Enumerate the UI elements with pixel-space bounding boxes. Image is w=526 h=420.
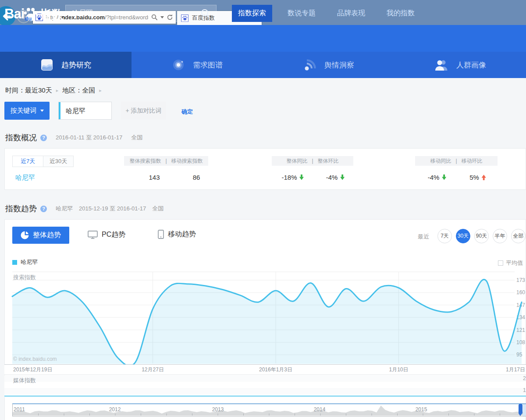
confirm-button[interactable]: 确定	[181, 108, 193, 116]
tab-mobile-trend[interactable]: 移动趋势	[158, 230, 196, 239]
timeline-year-label: 2014	[309, 406, 330, 413]
timeline-year-label: 2015	[411, 406, 431, 413]
tab-label: PC趋势	[102, 230, 125, 239]
col-overall-search-index: 整体搜索指数	[129, 157, 161, 165]
header-search-input[interactable]	[66, 10, 200, 18]
arrow-up-icon	[481, 174, 486, 180]
help-icon[interactable]: ?	[40, 135, 47, 141]
tab-label: 移动趋势	[168, 230, 196, 239]
audience-profile-icon	[434, 58, 448, 71]
timeline-year-label: 2013	[208, 406, 228, 413]
pie-chart-icon	[21, 231, 29, 239]
keyword-mode-button[interactable]: 按关键词	[4, 102, 50, 120]
average-label: 平均值	[506, 259, 523, 267]
chevron-right-icon: ▸	[99, 88, 102, 93]
add-compare-label: + 添加对比词	[125, 107, 161, 115]
legend-keyword: 哈尼罕	[21, 258, 38, 266]
filter-bar: 时间：最近30天 ▸ 地区：全国 ▸	[5, 86, 102, 95]
svg-text:160: 160	[516, 289, 525, 295]
logo-text-du: du	[25, 15, 32, 22]
chevron-down-icon	[40, 110, 44, 114]
col-overall-mom: 整体环比	[318, 157, 339, 165]
x-axis-label: 1月17日	[506, 365, 525, 374]
overview-region: 全国	[131, 134, 142, 142]
tab-last-7-days[interactable]: 近7天	[12, 156, 43, 167]
col-mobile-search-index: 移动搜索指数	[171, 157, 203, 165]
average-toggle[interactable]: 平均值	[498, 259, 523, 267]
trend-keyword: 哈尼罕	[56, 205, 73, 213]
subnav-label: 人群画像	[456, 60, 486, 70]
column-header-search-index: 整体搜索指数 | 移动搜索指数	[124, 156, 208, 166]
sentiment-radar-icon	[303, 58, 316, 71]
nav-item-my-index[interactable]: 我的指数	[380, 5, 421, 22]
arrow-down-icon	[340, 174, 345, 180]
column-separator: |	[455, 158, 457, 164]
timeline-selection	[523, 404, 526, 416]
header-search-box[interactable]	[65, 5, 217, 22]
media-index-line	[4, 395, 526, 397]
overview-period-tabs: 近7天 近30天	[12, 156, 74, 167]
recent-label: 最近	[418, 233, 429, 241]
nav-item-index-explore[interactable]: 指数探索	[232, 5, 272, 22]
trend-date-range: 2015-12-19 至 2016-01-17	[79, 205, 146, 213]
timeline-sparkline	[13, 404, 526, 416]
trend-section-header: 指数趋势 ? 哈尼罕 2015-12-19 至 2016-01-17 全国	[5, 203, 163, 214]
column-separator: |	[312, 158, 313, 164]
range-all[interactable]: 全部	[511, 229, 526, 243]
tab-last-30-days[interactable]: 近30天	[43, 156, 74, 167]
search-icon[interactable]	[200, 8, 211, 19]
time-filter[interactable]: 时间：最近30天	[5, 86, 52, 95]
watermark: © index.baidu.com	[13, 356, 57, 362]
baidu-index-logo[interactable]: Bai du 指数	[4, 7, 63, 21]
arrow-down-icon	[299, 174, 304, 180]
column-separator: |	[165, 158, 167, 164]
column-header-overall-compare: 整体同比 | 整体环比	[272, 156, 353, 166]
average-checkbox[interactable]	[498, 260, 503, 266]
region-filter[interactable]: 地区：全国	[62, 86, 95, 95]
x-axis-labels: 2015年12月19日12月27日2016年1月3日1月10日1月17日	[4, 364, 526, 375]
col-overall-yoy: 整体同比	[286, 157, 307, 165]
mobile-index-value: 86	[193, 174, 200, 181]
mobile-mom-value: 5%	[469, 174, 486, 181]
paw-icon: du	[23, 7, 39, 22]
col-mobile-yoy: 移动同比	[430, 157, 451, 165]
app-header	[0, 25, 526, 52]
overall-mom-value: -4%	[326, 174, 345, 181]
subnav-label: 趋势研究	[61, 60, 91, 70]
chevron-right-icon: ▸	[56, 88, 59, 93]
x-axis-label: 1月10日	[379, 365, 419, 374]
help-icon[interactable]: ?	[40, 206, 47, 212]
overview-row-keyword: 哈尼罕	[15, 174, 35, 182]
add-compare-button[interactable]: + 添加对比词	[121, 102, 166, 120]
subnav-item-trend-research[interactable]: 趋势研究	[0, 52, 132, 78]
trend-chart-icon	[40, 58, 53, 71]
nav-item-brand-performance[interactable]: 品牌表现	[331, 5, 371, 22]
media-ytick: 2	[523, 375, 526, 381]
timeline-year-label: 2012	[105, 406, 125, 413]
x-axis-label: 2015年12月19日	[13, 365, 52, 374]
subnav-item-sentiment-insight[interactable]: 舆情洞察	[263, 52, 394, 78]
range-half-year[interactable]: 半年	[493, 229, 507, 243]
timeline-navigator[interactable]: 20112012201320142015	[12, 403, 526, 416]
range-7-days[interactable]: 7天	[437, 229, 452, 243]
keyword-accent-bar	[59, 102, 60, 119]
search-index-chart: 17316014713412110895	[0, 271, 526, 364]
nav-item-data-topics[interactable]: 数说专题	[281, 5, 322, 22]
subnav-item-audience-profile[interactable]: 人群画像	[394, 52, 526, 78]
tab-label: 整体趋势	[33, 231, 61, 240]
header-nav: 指数探索 数说专题 品牌表现 我的指数	[232, 5, 421, 22]
trend-title: 指数趋势	[5, 203, 37, 214]
keyword-input[interactable]	[61, 102, 114, 120]
range-90-days[interactable]: 90天	[474, 229, 489, 243]
mobile-yoy-value: -4%	[428, 174, 447, 181]
col-mobile-mom: 移动环比	[462, 157, 483, 165]
keyword-input-box[interactable]	[58, 102, 112, 120]
range-30-days[interactable]: 30天	[456, 229, 470, 243]
overall-index-value: 143	[149, 174, 160, 181]
tab-pc-trend[interactable]: PC趋势	[88, 230, 125, 239]
trend-region: 全国	[152, 205, 163, 213]
subnav-item-demand-map[interactable]: 需求图谱	[132, 52, 263, 78]
tab-overall-trend[interactable]: 整体趋势	[12, 227, 69, 244]
timeline-drag-handle[interactable]	[519, 404, 522, 414]
monitor-icon	[88, 231, 98, 239]
